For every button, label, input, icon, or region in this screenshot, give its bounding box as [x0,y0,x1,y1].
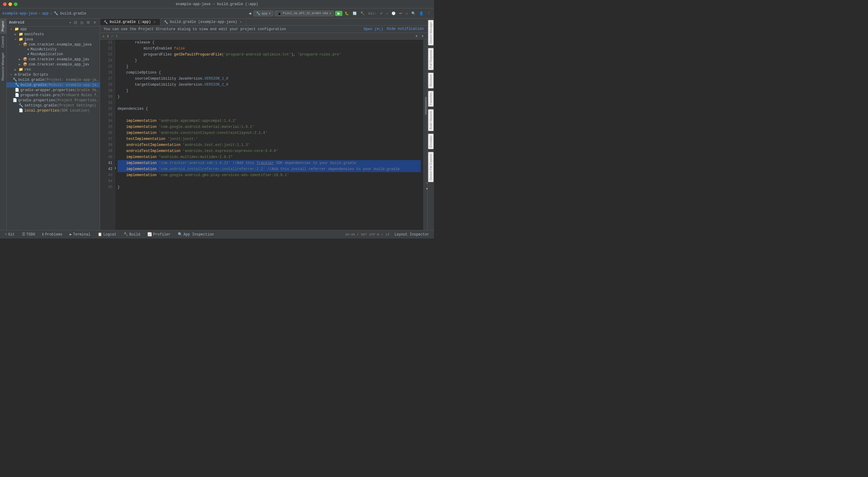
build-variants-tab[interactable]: Build Variants [428,109,434,131]
code-editor[interactable]: 21 22 23 24 25 26 27 28 29 30 31 32 33 3… [100,39,427,230]
package-icon: 📦 [23,42,27,47]
code-line-33 [118,112,421,118]
line-num-30: 30 [102,94,113,100]
tree-item-gradle-wrapper[interactable]: 📄 gradle-wrapper.properties (Gradle Ve… [7,87,100,93]
line-num-42: 42 [102,166,113,172]
structure-tab[interactable]: Structure [428,73,434,89]
todo-icon: ☰ [22,232,25,237]
breadcrumb-module[interactable]: app [42,11,49,16]
build-tab[interactable]: 🔨 Build [121,232,143,237]
scroll-indicator[interactable] [423,39,427,230]
emulator-tab[interactable]: Emulator [428,133,434,149]
code-line-31 [118,100,421,106]
line-numbers: 21 22 23 24 25 26 27 28 29 30 31 32 33 3… [100,39,115,230]
tree-item-manifests[interactable]: ▶ 📁 manifests [7,32,100,37]
tree-item-mainactivity[interactable]: ● MainActivity [7,47,100,52]
window-controls[interactable] [3,2,18,6]
tree-label: com.trackier.example_app_java [29,42,92,47]
sync-button[interactable]: 🔄 [351,11,358,16]
app-inspection-tab[interactable]: 🔍 App Inspection [176,232,216,237]
tree-item-res[interactable]: ▶ 📁 res [7,67,100,72]
scroll-thumb[interactable] [425,97,427,115]
todo-tab[interactable]: ☰ TODO [20,232,38,237]
run-button[interactable]: ▶ [335,11,342,16]
tree-label: MainActivity [30,47,56,52]
git-push[interactable]: ↑ [385,11,390,16]
tree-item-build-gradle-mod[interactable]: 🔧 build.gradle (Module: example-app-ja… [7,82,100,87]
tree-item-local-properties[interactable]: 📄 local.properties (SDK Location) [7,108,100,113]
tree-label-sub: (Project: example-app-ja… [44,78,98,82]
tree-label: java [24,37,33,41]
project-tab[interactable]: Project [0,19,6,34]
code-line-28: targetCompatibility JavaVersion.VERSION_… [118,82,421,88]
sidebar-title: Android [9,21,67,25]
activity-icon: ● [27,52,29,56]
device-manager-tab[interactable]: Device Manager [428,20,434,46]
close-button[interactable] [3,2,7,6]
commit-tab[interactable]: Commit [0,34,6,50]
tree-item-app[interactable]: ▾ 📁 app [7,27,100,32]
settings-button[interactable]: ⚙ [86,20,91,25]
main-layout: Project Commit Resource Manager Android … [0,19,434,230]
hide-notification-link[interactable]: Hide notification [387,27,424,31]
folder-icon: 📁 [14,27,19,31]
code-line-32: dependencies { [118,106,421,112]
terminal-tab[interactable]: ▶ Terminal [67,232,93,237]
git-check[interactable]: ✓ [379,11,384,16]
open-project-structure-link[interactable]: Open (⌘;) [364,27,383,31]
problems-tab[interactable]: ℹ Problems [40,232,65,237]
device-dropdown[interactable]: 📱 Pixel_3a_API_32_arm64-v8a ▾ [275,10,334,16]
git-history[interactable]: 🕐 [390,11,397,16]
tab-build-gradle-example[interactable]: 🔧 build.gradle (example-app-java) ✕ [160,19,247,25]
build-button[interactable]: 🔨 [359,11,366,16]
close-sidebar-button[interactable]: ✕ [92,20,97,25]
window-title: example-app-java – build.gradle (:app) [176,2,258,6]
git-revert[interactable]: ↩ [398,11,403,16]
tree-item-mainapplication[interactable]: ● MainApplication [7,52,100,57]
git-tab[interactable]: ⑂ Git [2,232,17,237]
line-num-44: 44 [102,178,113,184]
resource-manager-tab[interactable]: Resource Manager [0,50,6,83]
minimize-button[interactable] [8,2,12,6]
back-button[interactable]: ◀ [247,11,252,16]
tree-item-package-main[interactable]: ▾ 📦 com.trackier.example_app_java [7,42,100,47]
tree-item-package-t[interactable]: ▶ 📦 com.trackier.example_app_java (t [7,62,100,67]
tab-close-button[interactable]: ✕ [153,20,156,24]
pull-requests-tab[interactable]: Pull Requests [428,48,434,70]
profiler-tab[interactable]: 📈 Profiler [145,232,173,237]
account-button[interactable]: 👤 [418,11,425,16]
layout-inspector-tab[interactable]: Layout Inspector [392,232,432,237]
collapse-all-button[interactable]: ⊟ [73,20,78,25]
favorites-tab[interactable]: Favorites [428,91,434,107]
locate-button[interactable]: ◎ [79,20,84,25]
tree-item-settings-gradle[interactable]: 🔧 settings.gradle (Project Settings) [7,103,100,108]
bulb-icon[interactable]: 💡 [115,166,117,172]
maximize-button[interactable] [14,2,18,6]
tree-item-gradle-props[interactable]: 📄 gradle.properties (Project Properties… [7,98,100,103]
line-num-29: 29 [102,88,113,94]
hints-bar: ⚠ 1 ✓ 1 ∧ ∨ [100,33,427,39]
left-tool-tabs: Project Commit Resource Manager [0,19,7,230]
search-button[interactable]: 🔍 [410,11,417,16]
error-indicator [427,182,427,184]
tree-item-gradle-scripts[interactable]: ▾ ⚙ Gradle Scripts [7,72,100,77]
tree-item-proguard[interactable]: 📄 proguard-rules.pro (ProGuard Rules f… [7,93,100,98]
device-file-explorer-tab[interactable]: Device File Explorer [428,152,434,182]
collapse-hints-button[interactable]: ∨ [420,33,425,38]
tree-label: build.gradle [19,78,44,82]
breadcrumb-project[interactable]: example-app-java [2,11,37,16]
tab-build-gradle-app[interactable]: 🔧 build.gradle (:app) ✕ [100,19,160,25]
tree-label: manifests [24,32,44,36]
tree-item-build-gradle-proj[interactable]: 🔧 build.gradle (Project: example-app-ja… [7,77,100,82]
more-button[interactable]: ⋮ [426,11,432,16]
expand-hints-button[interactable]: ∧ [414,33,419,38]
tree-item-java[interactable]: ▾ 📁 java [7,37,100,42]
app-dropdown[interactable]: 🔧 app ▾ [253,10,273,16]
tab-close-button[interactable]: ✕ [239,20,243,24]
logcat-tab[interactable]: 📋 Logcat [95,232,119,237]
tree-item-package-a[interactable]: ▶ 📦 com.trackier.example_app_java (a [7,57,100,62]
git-branch[interactable]: ⑂ [404,11,409,16]
code-content[interactable]: release { minifyEnabled false proguardFi… [115,39,423,230]
android-dropdown-icon[interactable]: ▾ [69,21,71,24]
debug-button[interactable]: 🐛 [344,11,350,16]
